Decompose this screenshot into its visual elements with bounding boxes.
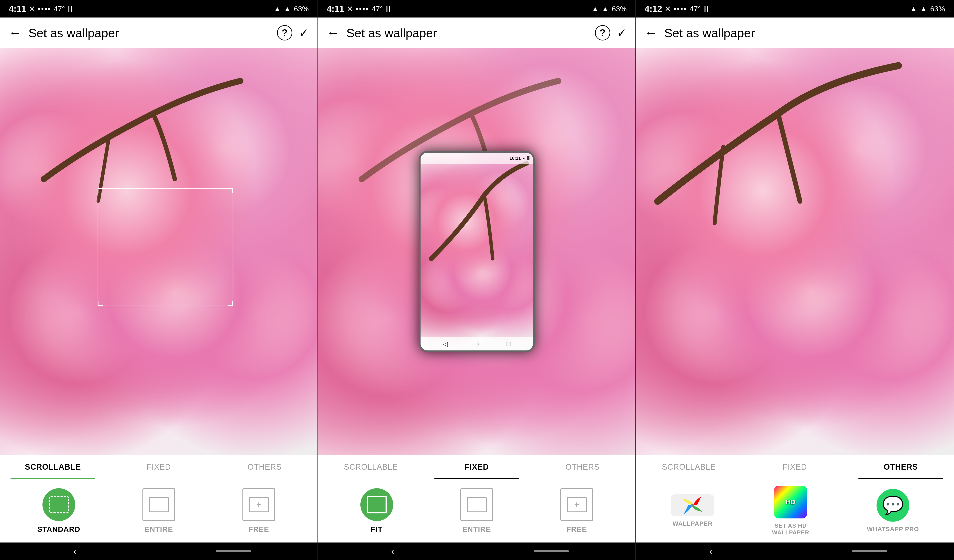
help-button-1[interactable]: ? — [277, 25, 292, 40]
back-button-3[interactable]: ← — [642, 24, 660, 42]
options-row-1: STANDARD ENTIRE FREE — [0, 479, 318, 543]
bottom-section-2: SCROLLABLE FIXED OTHERS FIT — [318, 455, 635, 543]
entire-label-2: ENTIRE — [462, 525, 491, 534]
hd-icon-visual: HD — [774, 485, 807, 518]
back-nav-1[interactable]: ‹ — [67, 544, 83, 559]
network-icon-3: ▲ — [920, 5, 927, 13]
bottom-section-3: SCROLLABLE FIXED OTHERS — [636, 455, 954, 543]
standard-label: STANDARD — [37, 525, 80, 534]
tab-scrollable-3[interactable]: SCROLLABLE — [636, 455, 742, 479]
nav-bottom-2: ‹ — [318, 543, 635, 560]
entire-label-1: ENTIRE — [144, 525, 173, 534]
free-icon-wrap-2 — [560, 488, 593, 521]
status-time-1: 4:11 — [9, 4, 26, 14]
tab-scrollable-1[interactable]: SCROLLABLE — [0, 455, 106, 479]
wallpaper-app-icon — [671, 495, 714, 516]
temperature-1: 47° — [54, 5, 65, 13]
status-bar-1: 4:11 ✕ ●●●● 47° ||| ▲ ▲ 63% — [0, 0, 318, 17]
confirm-button-2[interactable]: ✓ — [615, 26, 629, 40]
wallpaper-app-label: WALLPAPER — [673, 520, 712, 527]
operator-icon-2: ✕ — [347, 5, 353, 13]
branch-overlay-3 — [636, 48, 954, 420]
phone-inner-battery: ▓ — [527, 156, 530, 160]
status-left-1: 4:11 ✕ ●●●● 47° ||| — [9, 4, 72, 14]
option-free-1[interactable]: FREE — [237, 488, 281, 534]
help-button-2[interactable]: ? — [595, 25, 610, 40]
back-button-2[interactable]: ← — [324, 24, 342, 42]
option-wallpaper[interactable]: WALLPAPER — [671, 495, 714, 527]
pinwheel-svg — [681, 495, 703, 516]
signal-dots-3: ●●●● — [673, 6, 687, 12]
signal-bars-1: ||| — [68, 5, 72, 12]
status-bar-3: 4:12 ✕ ●●●● 47° ||| ▲ ▲ 63% — [636, 0, 954, 17]
phone-inner-time: 16:11 — [510, 156, 521, 161]
tab-fixed-3[interactable]: FIXED — [742, 455, 848, 479]
status-bar-2: 4:11 ✕ ●●●● 47° ||| ▲ ▲ 63% — [318, 0, 635, 17]
option-hd-wallpaper[interactable]: HD SET AS HD WALLPAPER — [767, 485, 815, 536]
option-standard[interactable]: STANDARD — [37, 488, 81, 534]
free-label-1: FREE — [248, 525, 269, 534]
tabs-row-1: SCROLLABLE FIXED OTHERS — [0, 455, 318, 479]
phone-preview-2: 16:11 ▲ ▓ ◁ ○ □ — [419, 151, 535, 352]
battery-2: 63% — [612, 5, 627, 13]
back-button-1[interactable]: ← — [6, 24, 24, 42]
option-whatsapp[interactable]: 💬 WHATSAPP PRO — [867, 489, 919, 533]
back-nav-2[interactable]: ‹ — [385, 544, 401, 559]
option-free-2[interactable]: FREE — [555, 488, 599, 534]
phone-recents-nav: □ — [507, 341, 510, 347]
phone-status-bar-inner: 16:11 ▲ ▓ — [421, 153, 533, 163]
option-entire-2[interactable]: ENTIRE — [455, 488, 499, 534]
battery-1: 63% — [294, 5, 309, 13]
phone-screen-2: 16:11 ▲ ▓ ◁ ○ □ — [421, 153, 533, 350]
image-area-2: 16:11 ▲ ▓ ◁ ○ □ — [318, 48, 635, 455]
phone-inner-signal: ▲ — [522, 156, 525, 160]
free-label-2: FREE — [566, 525, 587, 534]
hd-app-label: SET AS HD WALLPAPER — [767, 523, 815, 536]
crop-corner-bl — [98, 301, 103, 306]
hd-app-icon: HD — [774, 485, 807, 518]
home-nav-3[interactable] — [852, 550, 887, 552]
network-icon-1: ▲ — [284, 5, 291, 13]
phone-nav-bar-inner: ◁ ○ □ — [421, 337, 533, 350]
operator-icon-1: ✕ — [29, 5, 35, 13]
svg-point-0 — [691, 504, 694, 507]
tab-others-2[interactable]: OTHERS — [530, 455, 635, 479]
status-left-3: 4:12 ✕ ●●●● 47° ||| — [645, 4, 708, 14]
status-right-1: ▲ ▲ 63% — [274, 5, 309, 13]
crop-corner-br — [228, 301, 233, 306]
home-nav-1[interactable] — [216, 550, 251, 552]
free-icon-2 — [567, 497, 587, 512]
top-bar-1: ← Set as wallpaper ? ✓ — [0, 17, 318, 48]
phone-back-nav: ◁ — [443, 341, 448, 348]
panel-3: 4:12 ✕ ●●●● 47° ||| ▲ ▲ 63% ← Set as wal… — [636, 0, 954, 560]
tab-others-3[interactable]: OTHERS — [848, 455, 954, 479]
options-row-2: FIT ENTIRE FREE — [318, 479, 635, 543]
tab-fixed-2[interactable]: FIXED — [424, 455, 530, 479]
option-fit[interactable]: FIT — [355, 488, 399, 534]
home-nav-2[interactable] — [534, 550, 569, 552]
fit-label: FIT — [371, 525, 383, 534]
signal-bars-2: ||| — [385, 5, 390, 12]
image-area-3 — [636, 48, 954, 455]
confirm-button-1[interactable]: ✓ — [297, 26, 311, 40]
tab-fixed-1[interactable]: FIXED — [106, 455, 212, 479]
page-title-1: Set as wallpaper — [28, 26, 273, 40]
free-icon-wrap-1 — [242, 488, 275, 521]
crop-box-1[interactable] — [98, 188, 233, 306]
phone-branch-svg — [421, 153, 533, 348]
tab-scrollable-2[interactable]: SCROLLABLE — [318, 455, 424, 479]
options-row-3: WALLPAPER HD SET AS HD WALLPAPER 💬 WHATS… — [636, 479, 954, 543]
top-bar-2: ← Set as wallpaper ? ✓ — [318, 17, 635, 48]
wifi-icon-1: ▲ — [274, 5, 281, 13]
temperature-3: 47° — [689, 5, 701, 13]
option-entire-1[interactable]: ENTIRE — [137, 488, 181, 534]
standard-icon-wrap — [42, 488, 75, 521]
bottom-section-1: SCROLLABLE FIXED OTHERS STANDARD — [0, 455, 318, 543]
tab-others-1[interactable]: OTHERS — [212, 455, 318, 479]
back-nav-3[interactable]: ‹ — [703, 544, 719, 559]
image-area-1 — [0, 48, 318, 455]
panel-2: 4:11 ✕ ●●●● 47° ||| ▲ ▲ 63% ← Set as wal… — [318, 0, 636, 560]
crop-corner-tr — [228, 188, 233, 193]
entire-icon-1 — [149, 497, 169, 512]
nav-bottom-3: ‹ — [636, 543, 954, 560]
